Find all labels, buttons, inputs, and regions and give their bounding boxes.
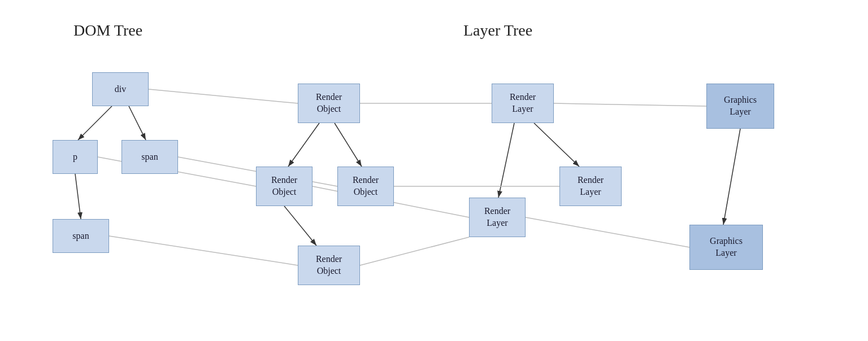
layer-tree-title: Layer Tree bbox=[463, 21, 532, 40]
dom-p-node: p bbox=[53, 140, 98, 174]
svg-line-8 bbox=[498, 123, 514, 198]
dom-span1-node: span bbox=[121, 140, 178, 174]
dom-div-node: div bbox=[92, 72, 149, 106]
svg-line-11 bbox=[109, 236, 298, 265]
ro-root-node: RenderObject bbox=[298, 84, 360, 123]
svg-line-18 bbox=[360, 237, 469, 265]
svg-line-10 bbox=[723, 129, 740, 225]
rl-right-node: RenderLayer bbox=[559, 167, 622, 206]
svg-line-3 bbox=[129, 106, 146, 140]
dom-span2-node: span bbox=[53, 219, 109, 253]
ro-bottom-node: RenderObject bbox=[298, 246, 360, 285]
ro-right-node: RenderObject bbox=[337, 167, 394, 206]
svg-line-7 bbox=[284, 206, 316, 246]
rl-left-node: RenderLayer bbox=[469, 198, 526, 237]
svg-line-9 bbox=[534, 123, 579, 167]
svg-line-2 bbox=[78, 106, 112, 140]
svg-line-19 bbox=[554, 103, 706, 106]
svg-line-20 bbox=[526, 217, 689, 247]
svg-line-6 bbox=[335, 123, 362, 167]
svg-line-4 bbox=[75, 174, 81, 219]
svg-line-5 bbox=[288, 123, 319, 167]
gl-top-node: GraphicsLayer bbox=[706, 84, 774, 129]
svg-line-13 bbox=[149, 89, 298, 103]
rl-root-node: RenderLayer bbox=[492, 84, 554, 123]
diagram-container: DOM Tree Layer Tree bbox=[0, 0, 868, 341]
dom-tree-title: DOM Tree bbox=[73, 21, 142, 40]
gl-bottom-node: GraphicsLayer bbox=[689, 225, 763, 270]
ro-left-node: RenderObject bbox=[256, 167, 313, 206]
